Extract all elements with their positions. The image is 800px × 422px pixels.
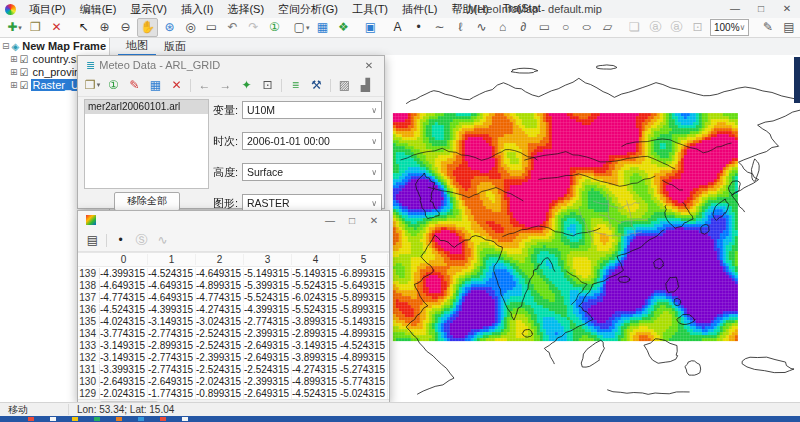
zoom-in-button[interactable]: ⊕ <box>95 19 114 36</box>
table-cell[interactable]: -2.024315 <box>196 376 244 387</box>
tools-button[interactable]: ⚒ <box>307 77 326 94</box>
level-select[interactable]: Surface∨ <box>242 163 382 181</box>
row-header[interactable]: 139 <box>78 268 100 279</box>
column-header[interactable]: 0 <box>100 254 148 265</box>
row-header[interactable]: 129 <box>78 388 100 399</box>
table-cell[interactable]: -5.149315 <box>292 268 340 279</box>
column-header[interactable]: 5 <box>340 254 388 265</box>
tab-版面[interactable]: 版面 <box>156 38 194 55</box>
table-cell[interactable]: -4.274315 <box>196 304 244 315</box>
draw-polyline-button[interactable]: ∼ <box>430 19 449 36</box>
step-frame-button[interactable]: ⊡ <box>258 77 277 94</box>
table-dialog-titlebar[interactable]: —□✕ <box>78 211 389 229</box>
column-header[interactable]: 2 <box>196 254 244 265</box>
row-header[interactable]: 132 <box>78 352 100 363</box>
table-cell[interactable]: -2.774315 <box>148 364 196 375</box>
table-cell[interactable]: -4.524315 <box>292 388 340 399</box>
table-cell[interactable]: -2.649315 <box>148 376 196 387</box>
table-cell[interactable]: -4.399315 <box>100 268 148 279</box>
table-cell[interactable]: -5.149315 <box>244 268 292 279</box>
table-cell[interactable]: -4.399315 <box>148 304 196 315</box>
menu-item-1[interactable]: 编辑(E) <box>73 2 124 17</box>
table-cell[interactable]: -4.899315 <box>340 328 388 339</box>
column-header[interactable]: 1 <box>148 254 196 265</box>
save-graphic-button[interactable]: ▤ <box>779 19 798 36</box>
maximize-button[interactable]: □ <box>341 215 363 226</box>
menu-item-6[interactable]: 工具(T) <box>345 2 395 17</box>
label-button[interactable]: ❖ <box>334 19 353 36</box>
menu-item-5[interactable]: 空间分析(G) <box>271 2 345 17</box>
open-project-button[interactable]: ❐ <box>26 19 45 36</box>
zoom-rectangle-button[interactable]: ▭ <box>202 19 221 36</box>
table-cell[interactable]: -2.399315 <box>244 376 292 387</box>
table-cell[interactable]: -5.899315 <box>340 292 388 303</box>
select-feature-button[interactable]: ▢▾ <box>292 19 311 36</box>
data-table-button[interactable]: ▦ <box>146 77 165 94</box>
row-header[interactable]: 137 <box>78 292 100 303</box>
remove-data-button[interactable]: ✕ <box>167 77 186 94</box>
table-cell[interactable]: -5.399315 <box>244 280 292 291</box>
menu-item-2[interactable]: 显示(V) <box>123 2 174 17</box>
table-cell[interactable]: -2.399315 <box>196 352 244 363</box>
expand-icon[interactable]: ⊞ <box>10 54 18 64</box>
table-cell[interactable]: -4.274315 <box>292 364 340 375</box>
draw-polygon-button[interactable]: ⌂ <box>493 19 512 36</box>
table-cell[interactable]: -5.649315 <box>340 280 388 291</box>
table-cell[interactable]: -4.774315 <box>100 292 148 303</box>
animate-runner-button[interactable]: ✦ <box>237 77 256 94</box>
table-cell[interactable]: -3.149315 <box>100 340 148 351</box>
menu-item-7[interactable]: 插件(L) <box>395 2 444 17</box>
table-cell[interactable]: -4.899315 <box>292 376 340 387</box>
table-cell[interactable]: -3.899315 <box>292 352 340 363</box>
histogram-button[interactable]: ▟ <box>356 77 375 94</box>
point-tool-button[interactable]: • <box>111 232 130 249</box>
remove-all-button[interactable]: 移除全部 <box>114 192 180 211</box>
table-cell[interactable]: -4.524315 <box>148 268 196 279</box>
magnifier-button[interactable]: ◎ <box>181 19 200 36</box>
undo-button[interactable]: ↶ <box>223 19 242 36</box>
tab-地图[interactable]: 地图 <box>118 37 156 56</box>
maximize-button[interactable]: □ <box>748 0 774 18</box>
layer-checkbox[interactable]: ☑ <box>20 54 29 65</box>
draw-rectangle-button[interactable]: ▭ <box>535 19 554 36</box>
minimize-button[interactable]: — <box>319 215 341 226</box>
row-header[interactable]: 134 <box>78 328 100 339</box>
table-cell[interactable]: -4.649315 <box>148 292 196 303</box>
next-time-button[interactable]: → <box>216 77 235 94</box>
draw-ellipse-button[interactable]: ○ <box>577 19 596 36</box>
table-cell[interactable]: -2.399315 <box>244 328 292 339</box>
table-cell[interactable]: -3.399315 <box>100 364 148 375</box>
insert-text-button[interactable]: A <box>388 19 407 36</box>
select-arrow-button[interactable]: ↖ <box>74 19 93 36</box>
draw-freehand-button[interactable]: ℓ <box>451 19 470 36</box>
table-cell[interactable]: -4.649315 <box>196 268 244 279</box>
table-cell[interactable]: -2.524315 <box>196 364 244 375</box>
expand-icon[interactable]: ⊞ <box>10 67 18 77</box>
draw-data-button[interactable]: ✎ <box>125 77 144 94</box>
settings-list-button[interactable]: ≡ <box>286 77 305 94</box>
table-cell[interactable]: -5.024315 <box>340 388 388 399</box>
table-cell[interactable]: -4.774315 <box>196 292 244 303</box>
column-header[interactable]: 4 <box>292 254 340 265</box>
table-cell[interactable]: -2.899315 <box>148 340 196 351</box>
row-header[interactable]: 131 <box>78 364 100 375</box>
table-cell[interactable]: -5.274315 <box>340 364 388 375</box>
identify-button[interactable]: ① <box>265 19 284 36</box>
draw-point-button[interactable]: • <box>409 19 428 36</box>
table-cell[interactable]: -1.774315 <box>148 388 196 399</box>
table-cell[interactable]: -2.649315 <box>244 388 292 399</box>
table-cell[interactable]: -2.774315 <box>148 328 196 339</box>
table-cell[interactable]: -3.024315 <box>196 316 244 327</box>
full-extent-globe-button[interactable]: ⊛ <box>160 19 179 36</box>
attribute-table-button[interactable]: ▦ <box>313 19 332 36</box>
insert-image-button[interactable]: ▣ <box>361 19 380 36</box>
expand-icon[interactable]: ⊞ <box>10 80 18 90</box>
column-header[interactable]: 3 <box>244 254 292 265</box>
close-button[interactable]: ✕ <box>774 0 800 18</box>
save-table-button[interactable]: ▤ <box>83 232 102 249</box>
row-header[interactable]: 138 <box>78 280 100 291</box>
draw-curve-button[interactable]: ∿ <box>472 19 491 36</box>
table-cell[interactable]: -2.649315 <box>100 376 148 387</box>
table-cell[interactable]: -4.024315 <box>100 316 148 327</box>
table-cell[interactable]: -5.149315 <box>340 316 388 327</box>
